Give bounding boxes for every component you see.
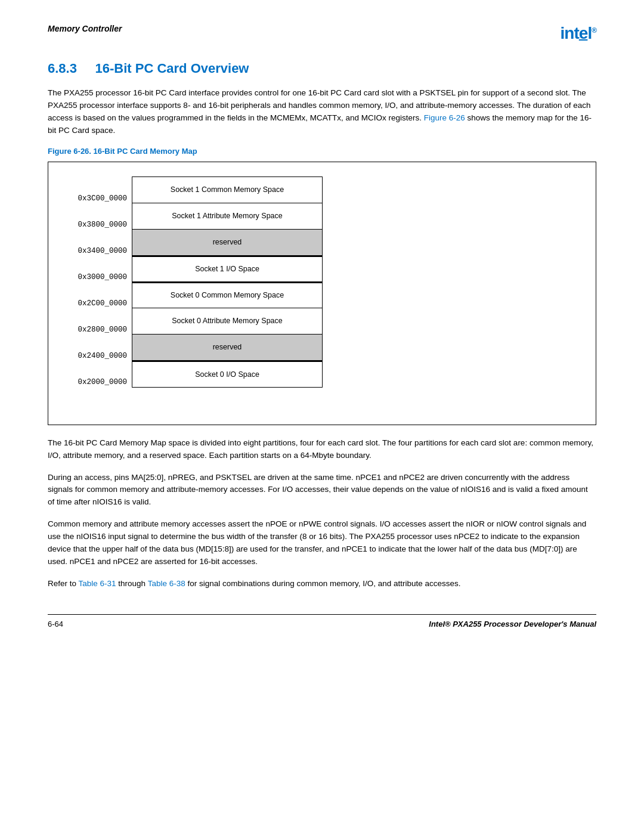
figure-caption: Figure 6-26. 16-Bit PC Card Memory Map [48, 147, 596, 156]
page-footer: 6-64 Intel® PXA255 Processor Developer's… [48, 614, 596, 628]
addr-label-6: 0x2400_0000 [60, 334, 132, 360]
paragraph-3: During an access, pins MA[25:0], nPREG, … [48, 472, 596, 509]
mem-segment-3: Socket 1 I/O Space [132, 256, 322, 282]
footer-page-number: 6-64 [48, 620, 63, 628]
paragraph-5-post: for signal combinations during common me… [185, 579, 461, 588]
figure-6-26-link[interactable]: Figure 6-26 [424, 113, 465, 122]
addr-label-0: 0x3C00_0000 [60, 176, 132, 203]
memory-map: Socket 1 Common Memory Space Socket 1 At… [132, 176, 323, 388]
mem-segment-0: Socket 1 Common Memory Space [132, 177, 322, 203]
section-title: 16-Bit PC Card Overview [95, 61, 249, 76]
memory-map-diagram: 0x3C00_0000 0x3800_0000 0x3400_0000 0x30… [60, 176, 323, 413]
addr-label-1: 0x3800_0000 [60, 203, 132, 229]
mem-segment-6: reserved [132, 335, 322, 361]
addr-label-2: 0x3400_0000 [60, 229, 132, 255]
address-labels: 0x3C00_0000 0x3800_0000 0x3400_0000 0x30… [60, 176, 132, 413]
paragraph-5: Refer to Table 6-31 through Table 6-38 f… [48, 578, 596, 590]
figure-box: 0x3C00_0000 0x3800_0000 0x3400_0000 0x30… [48, 162, 596, 425]
page-header-title: Memory Controller [48, 24, 122, 33]
addr-label-3: 0x3000_0000 [60, 255, 132, 281]
section-heading: 6.8.3 16-Bit PC Card Overview [48, 61, 596, 76]
mem-segment-1: Socket 1 Attribute Memory Space [132, 203, 322, 230]
mem-segment-5: Socket 0 Attribute Memory Space [132, 308, 322, 335]
addr-label-7: 0x2000_0000 [60, 360, 132, 386]
addr-label-5: 0x2800_0000 [60, 308, 132, 334]
footer-document-title: Intel® PXA255 Processor Developer's Manu… [429, 620, 596, 628]
intel-logo: intel® [561, 24, 596, 43]
paragraph-5-pre: Refer to [48, 579, 79, 588]
table-6-31-link[interactable]: Table 6-31 [79, 579, 116, 588]
intro-paragraph: The PXA255 processor 16-bit PC Card inte… [48, 87, 596, 137]
paragraph-2: The 16-bit PC Card Memory Map space is d… [48, 437, 596, 462]
table-6-38-link[interactable]: Table 6-38 [148, 579, 185, 588]
mem-segment-7: Socket 0 I/O Space [132, 361, 322, 387]
paragraph-4: Common memory and attribute memory acces… [48, 518, 596, 568]
section-number: 6.8.3 [48, 61, 77, 76]
mem-segment-4: Socket 0 Common Memory Space [132, 282, 322, 308]
addr-label-4: 0x2C00_0000 [60, 281, 132, 308]
paragraph-5-mid: through [116, 579, 148, 588]
mem-segment-2: reserved [132, 230, 322, 256]
